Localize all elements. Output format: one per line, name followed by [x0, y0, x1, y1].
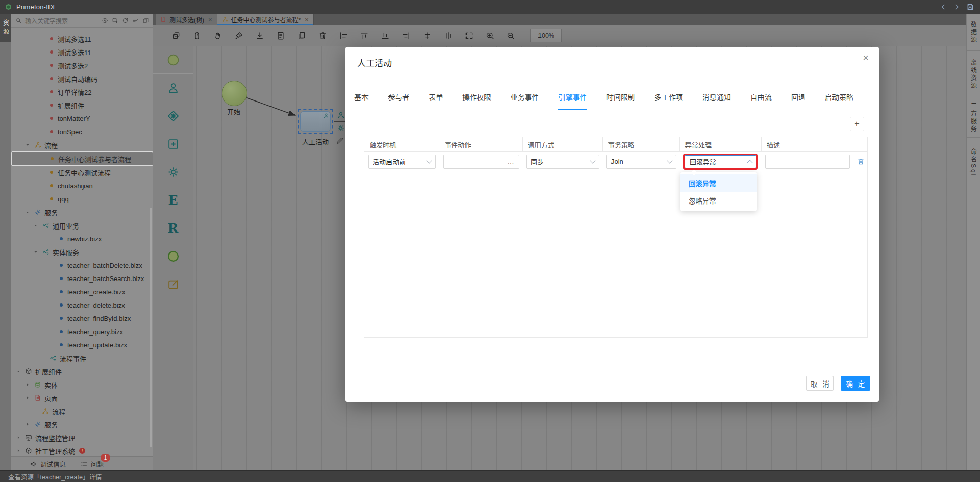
pan-button[interactable]	[213, 31, 223, 40]
download-button[interactable]	[255, 31, 264, 40]
select-button[interactable]	[192, 31, 202, 40]
copy-button[interactable]	[172, 31, 181, 40]
tree-item[interactable]: 流程事件	[11, 351, 153, 365]
sidebar-scrollbar[interactable]	[150, 208, 152, 447]
caret-right-icon[interactable]	[25, 395, 30, 400]
call-mode-select[interactable]: 同步	[526, 155, 599, 169]
dialog-tab[interactable]: 表单	[429, 92, 443, 109]
tree-item[interactable]: 扩展组件	[11, 365, 153, 378]
trigger-select[interactable]: 活动启动前	[368, 155, 436, 169]
context-person-icon[interactable]	[337, 111, 345, 119]
event-action-input[interactable]: ...	[443, 155, 519, 169]
caret-down-icon[interactable]	[25, 210, 30, 215]
right-rail-tab[interactable]: 数据源	[967, 14, 980, 51]
cancel-button[interactable]: 取 消	[806, 376, 834, 391]
tree-item[interactable]: 页面	[11, 391, 153, 404]
right-rail-tab[interactable]: 离线资源	[967, 51, 980, 98]
dropdown-option[interactable]: 回滚异常	[680, 174, 757, 192]
tree-item[interactable]: tonSpec	[11, 125, 153, 138]
palette-gear[interactable]	[153, 158, 193, 186]
right-rail-tab[interactable]: 三方服务	[967, 98, 980, 138]
align-left-button[interactable]	[339, 31, 348, 40]
tree-item[interactable]: 社工管理系统!	[11, 444, 153, 456]
context-pencil-icon[interactable]	[336, 137, 344, 145]
description-input[interactable]	[765, 155, 850, 169]
dialog-tab[interactable]: 回退	[791, 92, 805, 109]
editor-tab[interactable]: 测试多选(树)×	[156, 14, 217, 25]
tree-item[interactable]: 通用业务	[11, 219, 153, 232]
dialog-tab[interactable]: 时间限制	[606, 92, 635, 109]
tree-item[interactable]: teacher_batchSearch.bizx	[11, 272, 153, 285]
dialog-tab[interactable]: 操作权限	[462, 92, 491, 109]
zoom-out-button[interactable]	[506, 31, 516, 40]
tree-item[interactable]: teacher_batchDelete.bizx	[11, 259, 153, 272]
clean-button[interactable]	[234, 31, 243, 40]
tree-item[interactable]: teacher_query.bizx	[11, 325, 153, 338]
tree-item[interactable]: 流程	[11, 404, 153, 418]
doc-copy-button[interactable]	[297, 31, 306, 40]
right-rail-tab[interactable]: 命名Sql	[967, 138, 980, 188]
search-input[interactable]: 输入关键字搜索	[25, 16, 68, 25]
caret-down-icon[interactable]	[16, 369, 21, 374]
tree-item[interactable]: 服务	[11, 418, 153, 431]
tree-item[interactable]: teacher_create.bizx	[11, 285, 153, 298]
caret-down-icon[interactable]	[33, 249, 38, 255]
refresh-icon[interactable]	[122, 17, 129, 24]
palette-note[interactable]	[153, 270, 193, 298]
tree-item[interactable]: 实体	[11, 378, 153, 391]
tx-policy-select[interactable]: Join	[606, 155, 676, 169]
palette-letter-E[interactable]: E	[153, 186, 193, 214]
forward-button[interactable]	[953, 3, 961, 11]
align-right-button[interactable]	[402, 31, 411, 40]
align-bottom-button[interactable]	[381, 31, 390, 40]
tree-item[interactable]: 任务中心测试参与者流程	[11, 151, 153, 166]
dialog-tab[interactable]: 自由流	[750, 92, 772, 109]
rail-tab-resources[interactable]: 资源	[0, 14, 11, 42]
trash-button[interactable]	[318, 31, 327, 40]
tree-item[interactable]: tonMatterY	[11, 112, 153, 125]
caret-right-icon[interactable]	[16, 448, 21, 453]
tree-item[interactable]: qqq	[11, 192, 153, 206]
ok-button[interactable]: 确 定	[841, 376, 870, 391]
caret-right-icon[interactable]	[16, 435, 21, 440]
save-button[interactable]	[966, 3, 974, 11]
editor-tab[interactable]: 任务中心测试参与者流程*×	[217, 14, 314, 25]
caret-down-icon[interactable]	[33, 223, 38, 228]
dialog-tab[interactable]: 引擎事件	[558, 92, 587, 110]
list-icon[interactable]	[132, 17, 139, 24]
zoom-in-button[interactable]	[485, 31, 495, 40]
palette-start-circle[interactable]	[153, 46, 193, 74]
palette-subprocess[interactable]	[153, 130, 193, 158]
box-plus-icon[interactable]	[112, 17, 118, 24]
tree-item[interactable]: teacher_update.bizx	[11, 338, 153, 351]
palette-gateway[interactable]	[153, 102, 193, 130]
dialog-tab[interactable]: 启动策略	[825, 92, 853, 109]
tree-item[interactable]: 服务	[11, 206, 153, 219]
close-tab-icon[interactable]: ×	[208, 16, 212, 23]
distribute-button[interactable]	[444, 31, 453, 40]
panel-tab-problems[interactable]: 问题1	[80, 459, 104, 469]
delete-row-button[interactable]	[853, 158, 868, 165]
tree-item[interactable]: 流程	[11, 138, 153, 151]
fit-screen-button[interactable]	[464, 31, 474, 40]
back-button[interactable]	[940, 3, 947, 11]
dropdown-option[interactable]: 忽略异常	[680, 192, 757, 209]
tree-item[interactable]: newbiz.bizx	[11, 232, 153, 245]
dialog-close-icon[interactable]: ×	[863, 52, 869, 64]
ai-icon[interactable]	[102, 17, 108, 24]
more-button[interactable]: ...	[508, 158, 514, 165]
caret-down-icon[interactable]	[25, 142, 30, 147]
dialog-tab[interactable]: 参与者	[388, 92, 409, 109]
manual-activity-shape[interactable]	[300, 111, 331, 132]
caret-right-icon[interactable]	[25, 382, 30, 387]
tree-item[interactable]: 测试自动编码	[11, 72, 153, 85]
tree-item[interactable]: 测试多选2	[11, 59, 153, 72]
tree-item[interactable]: 扩展组件	[11, 98, 153, 112]
tree-item[interactable]: chufashijian	[11, 179, 153, 192]
palette-letter-R[interactable]: R	[153, 214, 193, 242]
tree-item[interactable]: 任务中心测试流程	[11, 166, 153, 179]
panel-tab-debug[interactable]: 调试信息	[30, 459, 66, 469]
dialog-tab[interactable]: 多工作项	[654, 92, 683, 109]
align-top-button[interactable]	[360, 31, 369, 40]
tree-item[interactable]: 订单详情22	[11, 85, 153, 98]
